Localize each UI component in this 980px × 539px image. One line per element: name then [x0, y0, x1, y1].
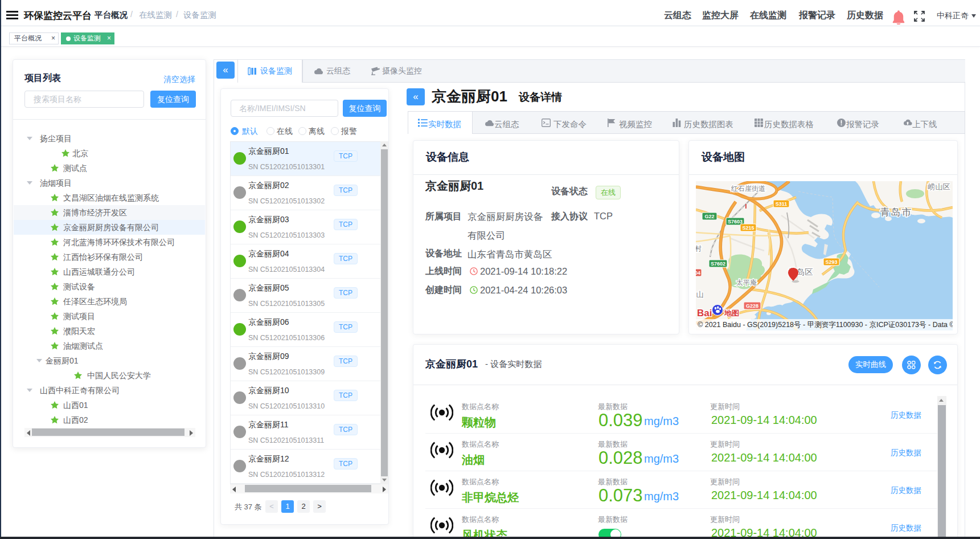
- svg-text:S293: S293: [825, 259, 837, 265]
- svg-text:太平庵: 太平庵: [736, 279, 757, 287]
- svg-text:青岛市: 青岛市: [880, 207, 913, 218]
- svg-text:山: 山: [696, 290, 704, 299]
- svg-text:地图: 地图: [724, 309, 739, 317]
- svg-text:S7602: S7602: [711, 261, 725, 267]
- svg-text:崂山区: 崂山区: [928, 182, 950, 191]
- svg-text:S7603: S7603: [728, 219, 743, 224]
- svg-text:G22: G22: [704, 214, 714, 219]
- svg-text:S311: S311: [776, 201, 788, 207]
- svg-text:Bai: Bai: [697, 308, 712, 318]
- svg-text:红石崖街道: 红石崖街道: [731, 185, 765, 193]
- svg-text:S215: S215: [742, 225, 754, 231]
- svg-text:04: 04: [696, 270, 700, 276]
- svg-text:© 2021 Baidu - GS(2019)5218号 -: © 2021 Baidu - GS(2019)5218号 - 甲测资字11009…: [698, 321, 953, 329]
- svg-text:G228: G228: [746, 303, 758, 309]
- svg-text:村: 村: [696, 244, 702, 252]
